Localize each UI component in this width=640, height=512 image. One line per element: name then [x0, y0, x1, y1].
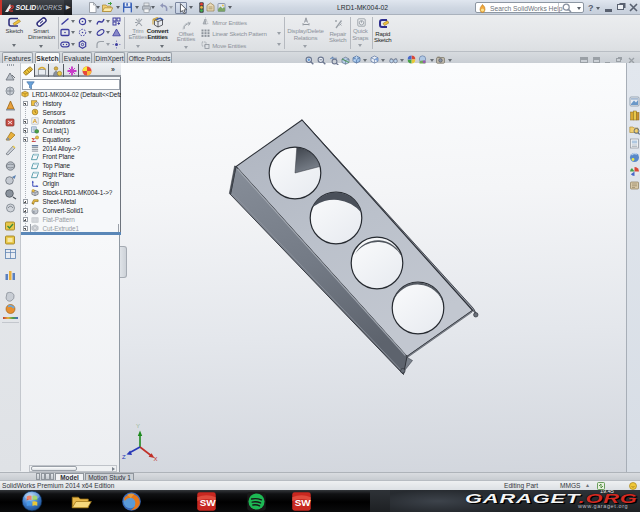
svg-text:Z: Z	[122, 454, 126, 460]
svg-text:A: A	[33, 118, 38, 125]
svg-text:Y: Y	[136, 423, 140, 429]
svg-text:SW: SW	[295, 497, 312, 508]
svg-text:X: X	[154, 456, 158, 462]
svg-text:SW: SW	[200, 497, 217, 508]
